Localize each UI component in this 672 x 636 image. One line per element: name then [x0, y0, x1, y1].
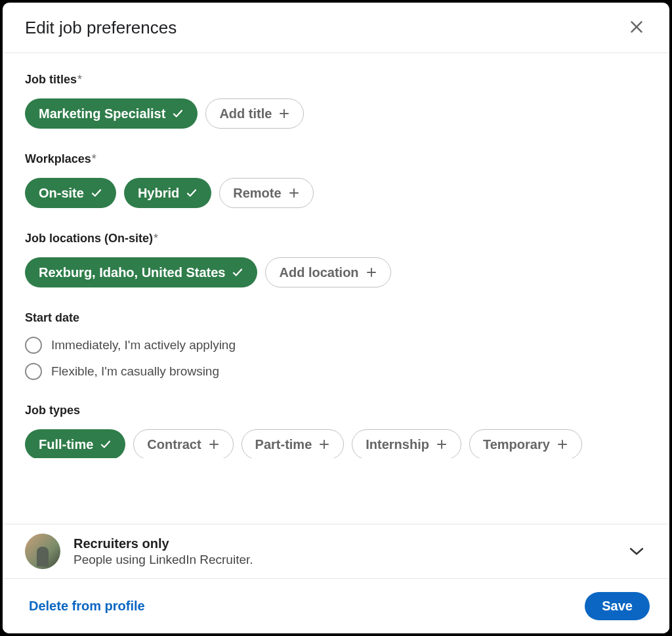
modal-footer: Delete from profile Save — [3, 578, 669, 633]
pill-label: Marketing Specialist — [39, 106, 165, 121]
pill-label: Internship — [366, 436, 429, 452]
pill-row-job-types: Full-time Contract Part-time Internship — [25, 429, 647, 458]
section-job-titles: Job titles* Marketing Specialist Add tit… — [25, 73, 647, 129]
pill-add-title[interactable]: Add title — [205, 98, 304, 129]
plus-icon — [556, 438, 568, 450]
radio-label-text: Immediately, I'm actively applying — [51, 338, 236, 352]
required-asterisk: * — [92, 152, 96, 165]
check-icon — [100, 438, 112, 450]
pill-workplace-hybrid[interactable]: Hybrid — [124, 178, 211, 208]
pill-location-rexburg[interactable]: Rexburg, Idaho, United States — [25, 257, 257, 287]
locations-label-text: Job locations (On-site) — [25, 232, 153, 245]
pill-label: Part-time — [255, 436, 312, 452]
radio-start-immediately[interactable]: Immediately, I'm actively applying — [25, 337, 647, 354]
plus-icon — [208, 438, 220, 450]
pill-label: Add location — [279, 265, 358, 280]
check-icon — [91, 187, 102, 199]
save-button[interactable]: Save — [585, 592, 650, 620]
required-asterisk: * — [77, 73, 82, 86]
pill-label: Temporary — [483, 436, 550, 452]
radio-start-flexible[interactable]: Flexible, I'm casually browsing — [25, 363, 647, 380]
visibility-title: Recruiters only — [74, 536, 623, 551]
pill-jobtype-parttime[interactable]: Part-time — [242, 429, 345, 458]
modal-body: Job titles* Marketing Specialist Add tit… — [3, 53, 669, 578]
pill-row-locations: Rexburg, Idaho, United States Add locati… — [25, 257, 647, 287]
pill-label: Rexburg, Idaho, United States — [39, 265, 225, 280]
section-workplaces: Workplaces* On-site Hybrid Remote — [25, 152, 647, 208]
visibility-selector[interactable]: Recruiters only People using LinkedIn Re… — [3, 524, 669, 578]
pill-workplace-onsite[interactable]: On-site — [25, 178, 116, 208]
pill-jobtype-contract[interactable]: Contract — [133, 429, 233, 458]
plus-icon — [318, 438, 330, 450]
section-label-workplaces: Workplaces* — [25, 152, 647, 166]
radio-icon — [25, 363, 42, 380]
pill-label: On-site — [39, 185, 84, 201]
workplaces-label-text: Workplaces — [25, 152, 91, 165]
pill-label: Remote — [233, 185, 281, 201]
scroll-area: Job titles* Marketing Specialist Add tit… — [3, 53, 669, 513]
pill-jobtype-fulltime[interactable]: Full-time — [25, 429, 125, 458]
chevron-down-icon — [623, 538, 650, 564]
radio-label-text: Flexible, I'm casually browsing — [51, 364, 219, 379]
pill-job-title-marketing-specialist[interactable]: Marketing Specialist — [25, 98, 198, 129]
pill-row-workplaces: On-site Hybrid Remote — [25, 178, 647, 208]
pill-label: Add title — [219, 106, 272, 121]
section-label-job-types: Job types — [25, 404, 647, 417]
section-start-date: Start date Immediately, I'm actively app… — [25, 311, 647, 380]
plus-icon — [436, 438, 448, 450]
plus-icon — [366, 266, 377, 278]
check-icon — [172, 108, 184, 119]
pill-label: Contract — [147, 436, 201, 452]
section-locations: Job locations (On-site)* Rexburg, Idaho,… — [25, 232, 647, 287]
job-titles-label-text: Job titles — [25, 73, 77, 86]
modal-header: Edit job preferences — [3, 3, 669, 53]
plus-icon — [288, 187, 300, 199]
avatar — [25, 534, 60, 569]
close-button[interactable] — [623, 14, 650, 41]
required-asterisk: * — [154, 232, 158, 245]
delete-from-profile-button[interactable]: Delete from profile — [29, 599, 145, 614]
pill-label: Hybrid — [138, 185, 179, 201]
section-job-types: Job types Full-time Contract Part-time — [25, 404, 647, 458]
section-label-start-date: Start date — [25, 311, 647, 325]
plus-icon — [278, 108, 290, 119]
check-icon — [232, 266, 243, 278]
modal-title: Edit job preferences — [25, 18, 177, 38]
close-icon — [628, 18, 645, 37]
pill-add-location[interactable]: Add location — [265, 257, 390, 287]
radio-icon — [25, 337, 42, 354]
pill-row-job-titles: Marketing Specialist Add title — [25, 98, 647, 129]
edit-job-preferences-modal: Edit job preferences Job titles* Marketi… — [3, 3, 669, 633]
pill-label: Full-time — [39, 436, 93, 452]
check-icon — [186, 187, 198, 199]
section-label-job-titles: Job titles* — [25, 73, 647, 87]
visibility-subtitle: People using LinkedIn Recruiter. — [74, 553, 623, 567]
section-label-locations: Job locations (On-site)* — [25, 232, 647, 245]
pill-jobtype-temporary[interactable]: Temporary — [469, 429, 582, 458]
visibility-text: Recruiters only People using LinkedIn Re… — [74, 536, 623, 567]
pill-jobtype-internship[interactable]: Internship — [352, 429, 461, 458]
pill-workplace-remote[interactable]: Remote — [219, 178, 313, 208]
